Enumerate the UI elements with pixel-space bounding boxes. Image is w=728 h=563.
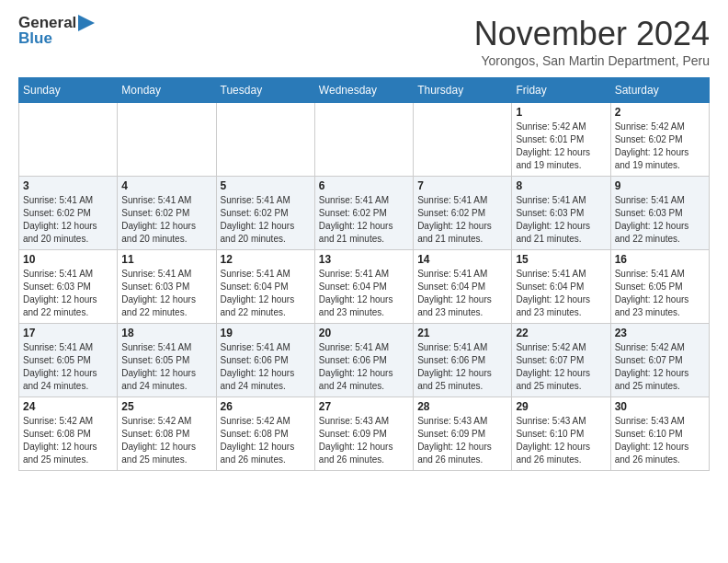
day-info: Sunrise: 5:41 AM Sunset: 6:06 PM Dayligh…: [221, 341, 311, 393]
day-number: 3: [23, 179, 113, 192]
day-number: 7: [417, 179, 507, 192]
title-area: November 2024 Yorongos, San Martin Depar…: [474, 15, 710, 68]
day-info: Sunrise: 5:41 AM Sunset: 6:04 PM Dayligh…: [319, 268, 409, 319]
calendar-cell: 24Sunrise: 5:42 AM Sunset: 6:08 PM Dayli…: [19, 397, 118, 471]
day-info: Sunrise: 5:41 AM Sunset: 6:03 PM Dayligh…: [121, 268, 211, 319]
day-number: 17: [23, 327, 113, 339]
day-number: 6: [319, 179, 409, 192]
day-number: 29: [516, 400, 606, 413]
calendar-table: SundayMondayTuesdayWednesdayThursdayFrid…: [18, 77, 710, 471]
location-subtitle: Yorongos, San Martin Department, Peru: [474, 53, 710, 68]
day-info: Sunrise: 5:42 AM Sunset: 6:08 PM Dayligh…: [121, 415, 211, 466]
day-info: Sunrise: 5:41 AM Sunset: 6:05 PM Dayligh…: [23, 341, 113, 393]
weekday-header: Saturday: [610, 78, 709, 103]
calendar-cell: 26Sunrise: 5:42 AM Sunset: 6:08 PM Dayli…: [216, 397, 314, 471]
day-info: Sunrise: 5:42 AM Sunset: 6:07 PM Dayligh…: [615, 341, 705, 393]
calendar-cell: 14Sunrise: 5:41 AM Sunset: 6:04 PM Dayli…: [414, 250, 512, 324]
day-info: Sunrise: 5:41 AM Sunset: 6:06 PM Dayligh…: [319, 341, 409, 393]
calendar-week-row: 24Sunrise: 5:42 AM Sunset: 6:08 PM Dayli…: [19, 397, 710, 471]
calendar-cell: 12Sunrise: 5:41 AM Sunset: 6:04 PM Dayli…: [216, 250, 314, 324]
calendar-week-row: 1Sunrise: 5:42 AM Sunset: 6:01 PM Daylig…: [19, 103, 710, 177]
day-number: 27: [319, 400, 409, 413]
day-number: 16: [615, 253, 705, 266]
weekday-header: Tuesday: [216, 78, 314, 103]
calendar-cell: 6Sunrise: 5:41 AM Sunset: 6:02 PM Daylig…: [314, 177, 413, 250]
day-number: 14: [417, 253, 507, 266]
calendar-week-row: 10Sunrise: 5:41 AM Sunset: 6:03 PM Dayli…: [19, 250, 710, 324]
calendar-week-row: 3Sunrise: 5:41 AM Sunset: 6:02 PM Daylig…: [19, 177, 710, 250]
day-number: 21: [417, 327, 507, 339]
calendar-cell: 9Sunrise: 5:41 AM Sunset: 6:03 PM Daylig…: [610, 177, 709, 250]
calendar-cell: 11Sunrise: 5:41 AM Sunset: 6:03 PM Dayli…: [118, 250, 216, 324]
day-number: 18: [121, 327, 211, 339]
weekday-header: Wednesday: [314, 78, 413, 103]
day-number: 30: [615, 400, 705, 413]
calendar-cell: 25Sunrise: 5:42 AM Sunset: 6:08 PM Dayli…: [118, 397, 216, 471]
weekday-header: Sunday: [19, 78, 118, 103]
weekday-header: Monday: [118, 78, 216, 103]
day-info: Sunrise: 5:41 AM Sunset: 6:02 PM Dayligh…: [221, 194, 311, 246]
calendar-cell: 2Sunrise: 5:42 AM Sunset: 6:02 PM Daylig…: [610, 103, 709, 177]
day-number: 23: [615, 327, 705, 339]
calendar-cell: 28Sunrise: 5:43 AM Sunset: 6:09 PM Dayli…: [414, 397, 512, 471]
calendar-cell: 17Sunrise: 5:41 AM Sunset: 6:05 PM Dayli…: [19, 324, 118, 397]
calendar-cell: 29Sunrise: 5:43 AM Sunset: 6:10 PM Dayli…: [512, 397, 610, 471]
logo: General Blue: [18, 15, 95, 47]
weekday-header: Friday: [512, 78, 610, 103]
day-number: 4: [121, 179, 211, 192]
day-number: 5: [221, 179, 311, 192]
day-number: 8: [516, 179, 606, 192]
day-info: Sunrise: 5:41 AM Sunset: 6:06 PM Dayligh…: [417, 341, 507, 393]
calendar-cell: [216, 103, 314, 177]
calendar-cell: 7Sunrise: 5:41 AM Sunset: 6:02 PM Daylig…: [414, 177, 512, 250]
weekday-header: Thursday: [414, 78, 512, 103]
day-info: Sunrise: 5:41 AM Sunset: 6:05 PM Dayligh…: [121, 341, 211, 393]
day-info: Sunrise: 5:41 AM Sunset: 6:04 PM Dayligh…: [516, 268, 606, 319]
day-info: Sunrise: 5:43 AM Sunset: 6:10 PM Dayligh…: [615, 415, 705, 466]
day-info: Sunrise: 5:42 AM Sunset: 6:01 PM Dayligh…: [516, 121, 606, 172]
calendar-cell: 13Sunrise: 5:41 AM Sunset: 6:04 PM Dayli…: [314, 250, 413, 324]
calendar-cell: [118, 103, 216, 177]
day-info: Sunrise: 5:41 AM Sunset: 6:02 PM Dayligh…: [417, 194, 507, 246]
day-number: 10: [23, 253, 113, 266]
calendar-week-row: 17Sunrise: 5:41 AM Sunset: 6:05 PM Dayli…: [19, 324, 710, 397]
calendar-cell: 21Sunrise: 5:41 AM Sunset: 6:06 PM Dayli…: [414, 324, 512, 397]
day-number: 9: [615, 179, 705, 192]
logo-blue-text: Blue: [18, 30, 52, 48]
day-number: 11: [121, 253, 211, 266]
day-number: 25: [121, 400, 211, 413]
day-info: Sunrise: 5:42 AM Sunset: 6:08 PM Dayligh…: [23, 415, 113, 466]
month-title: November 2024: [474, 15, 710, 53]
calendar-cell: 4Sunrise: 5:41 AM Sunset: 6:02 PM Daylig…: [118, 177, 216, 250]
day-number: 13: [319, 253, 409, 266]
day-info: Sunrise: 5:43 AM Sunset: 6:09 PM Dayligh…: [417, 415, 507, 466]
calendar-cell: 30Sunrise: 5:43 AM Sunset: 6:10 PM Dayli…: [610, 397, 709, 471]
day-number: 28: [417, 400, 507, 413]
day-info: Sunrise: 5:41 AM Sunset: 6:03 PM Dayligh…: [23, 268, 113, 319]
day-info: Sunrise: 5:41 AM Sunset: 6:05 PM Dayligh…: [615, 268, 705, 319]
logo-block: General Blue: [18, 15, 95, 47]
day-number: 2: [615, 106, 705, 119]
day-info: Sunrise: 5:41 AM Sunset: 6:02 PM Dayligh…: [319, 194, 409, 246]
day-number: 24: [23, 400, 113, 413]
calendar-cell: 18Sunrise: 5:41 AM Sunset: 6:05 PM Dayli…: [118, 324, 216, 397]
calendar-cell: 23Sunrise: 5:42 AM Sunset: 6:07 PM Dayli…: [610, 324, 709, 397]
day-number: 19: [221, 327, 311, 339]
calendar-cell: 16Sunrise: 5:41 AM Sunset: 6:05 PM Dayli…: [610, 250, 709, 324]
day-info: Sunrise: 5:43 AM Sunset: 6:09 PM Dayligh…: [319, 415, 409, 466]
day-info: Sunrise: 5:41 AM Sunset: 6:04 PM Dayligh…: [417, 268, 507, 319]
day-number: 12: [221, 253, 311, 266]
day-info: Sunrise: 5:41 AM Sunset: 6:03 PM Dayligh…: [516, 194, 606, 246]
day-number: 1: [516, 106, 606, 119]
calendar-cell: 20Sunrise: 5:41 AM Sunset: 6:06 PM Dayli…: [314, 324, 413, 397]
day-number: 15: [516, 253, 606, 266]
calendar-cell: 19Sunrise: 5:41 AM Sunset: 6:06 PM Dayli…: [216, 324, 314, 397]
svg-marker-0: [78, 15, 95, 31]
day-info: Sunrise: 5:42 AM Sunset: 6:08 PM Dayligh…: [221, 415, 311, 466]
calendar-cell: 5Sunrise: 5:41 AM Sunset: 6:02 PM Daylig…: [216, 177, 314, 250]
logo-arrow-icon: [78, 15, 95, 31]
calendar-cell: 15Sunrise: 5:41 AM Sunset: 6:04 PM Dayli…: [512, 250, 610, 324]
calendar-cell: 27Sunrise: 5:43 AM Sunset: 6:09 PM Dayli…: [314, 397, 413, 471]
header: General Blue November 2024 Yorongos, San…: [18, 15, 710, 68]
day-number: 22: [516, 327, 606, 339]
